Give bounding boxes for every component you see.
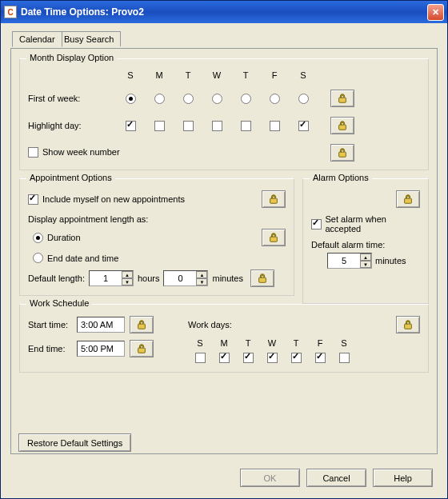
highlight-day-check[interactable]	[241, 121, 251, 131]
duration-label: Duration	[47, 233, 81, 242]
show-week-number-label: Show week number	[42, 147, 120, 157]
first-of-week-radio[interactable]	[126, 94, 136, 104]
default-alarm-time-label: Default alarm time:	[311, 240, 385, 250]
lock-button[interactable]	[330, 90, 354, 107]
day-header: F	[272, 70, 278, 80]
default-length-hours[interactable]: ▲▼	[89, 270, 134, 286]
workday-header: S	[197, 338, 202, 348]
default-alarm-time-input[interactable]	[328, 255, 360, 266]
window: C Date Time Options: Provo2 ✕ Calendar B…	[0, 0, 448, 499]
first-of-week-radio[interactable]	[270, 94, 280, 104]
workday-check[interactable]	[195, 353, 206, 363]
tabstrip: Calendar Busy Search	[10, 31, 438, 49]
default-alarm-time[interactable]: ▲▼	[327, 253, 372, 269]
workday-check[interactable]	[291, 353, 302, 363]
spinner-up[interactable]: ▲	[122, 271, 133, 278]
first-of-week-radio[interactable]	[241, 94, 251, 104]
end-time-input[interactable]	[77, 341, 125, 357]
spinner-down[interactable]: ▼	[122, 278, 133, 285]
tab-busy-search[interactable]: Busy Search	[57, 31, 121, 46]
tab-calendar[interactable]: Calendar	[12, 31, 62, 47]
end-date-time-label: End date and time	[47, 253, 118, 263]
group-work-schedule: Start time: End time: Work days:	[19, 304, 429, 373]
workday-check[interactable]	[339, 353, 350, 363]
lock-button[interactable]	[396, 316, 420, 333]
first-of-week-radio[interactable]	[154, 94, 165, 104]
cancel-button[interactable]: Cancel	[306, 469, 366, 487]
ok-button[interactable]: OK	[240, 469, 300, 487]
duration-radio[interactable]	[33, 233, 43, 243]
hours-label: hours	[138, 273, 160, 283]
spinner-down[interactable]: ▼	[360, 261, 371, 268]
spinner-down[interactable]: ▼	[196, 278, 207, 285]
highlight-day-check[interactable]	[154, 121, 165, 131]
default-length-hours-input[interactable]	[90, 273, 122, 284]
lock-button[interactable]	[330, 117, 354, 134]
svg-rect-1	[339, 125, 346, 130]
lock-button[interactable]	[262, 190, 286, 208]
lock-button[interactable]	[130, 340, 154, 357]
alarm-unit-label: minutes	[375, 256, 406, 265]
first-of-week-label: First of week:	[28, 94, 80, 103]
start-time-label: Start time:	[28, 320, 72, 329]
close-button[interactable]: ✕	[427, 4, 444, 21]
workday-header: M	[220, 338, 227, 348]
set-alarm-check[interactable]	[311, 219, 322, 230]
highlight-day-check[interactable]	[298, 121, 309, 131]
default-length-label: Default length:	[28, 273, 85, 283]
work-days-label: Work days:	[188, 320, 232, 329]
svg-rect-7	[138, 324, 146, 329]
svg-rect-8	[138, 348, 146, 353]
highlight-day-check[interactable]	[212, 121, 222, 131]
workday-header: S	[341, 338, 346, 348]
client-area: Calendar Busy Search S M T W T F S First…	[1, 23, 447, 498]
workday-check[interactable]	[315, 353, 326, 363]
group-alarm-options: Set alarm when accepted Default alarm ti…	[302, 178, 429, 304]
day-header: S	[300, 70, 306, 80]
svg-rect-0	[339, 98, 346, 102]
group-month-display: S M T W T F S First of week:	[19, 58, 429, 170]
lock-button[interactable]	[330, 144, 354, 162]
highlight-day-check[interactable]	[126, 121, 136, 131]
svg-rect-9	[405, 324, 412, 329]
day-header: W	[213, 70, 221, 80]
set-alarm-label: Set alarm when accepted	[326, 214, 421, 234]
lock-button[interactable]	[262, 229, 286, 246]
start-time-input[interactable]	[77, 317, 125, 333]
include-myself-check[interactable]	[28, 194, 38, 205]
workday-header: F	[318, 338, 323, 348]
workday-check[interactable]	[243, 353, 254, 363]
end-time-label: End time:	[28, 344, 72, 353]
minutes-label: minutes	[212, 273, 243, 283]
show-week-number-check[interactable]	[28, 147, 38, 158]
lock-button[interactable]	[250, 269, 274, 287]
svg-rect-5	[259, 277, 266, 282]
restore-defaults-button[interactable]: Restore Default Settings	[18, 433, 131, 452]
day-header: T	[243, 70, 249, 80]
workday-check[interactable]	[267, 353, 278, 363]
help-button[interactable]: Help	[373, 469, 433, 487]
spinner-up[interactable]: ▲	[196, 271, 207, 278]
day-header: M	[155, 70, 162, 80]
end-date-time-radio[interactable]	[33, 253, 43, 263]
include-myself-label: Include myself on new appointments	[42, 194, 185, 204]
day-header: S	[127, 70, 133, 80]
highlight-day-check[interactable]	[270, 121, 280, 131]
window-title: Date Time Options: Provo2	[21, 6, 427, 18]
spinner-up[interactable]: ▲	[360, 253, 371, 261]
default-length-minutes[interactable]: ▲▼	[163, 270, 208, 286]
first-of-week-radio[interactable]	[212, 94, 222, 104]
lock-button[interactable]	[396, 190, 420, 208]
footer-buttons: OK Cancel Help	[240, 469, 433, 487]
workday-check[interactable]	[219, 353, 230, 363]
default-length-minutes-input[interactable]	[164, 273, 196, 284]
first-of-week-radio[interactable]	[183, 94, 194, 104]
group-appointment-options: Include myself on new appointments Displ…	[19, 178, 294, 296]
tab-panel-calendar: S M T W T F S First of week:	[10, 48, 438, 454]
workday-header: T	[246, 338, 251, 348]
first-of-week-radio[interactable]	[298, 94, 309, 104]
app-icon: C	[4, 6, 17, 18]
highlight-day-check[interactable]	[183, 121, 194, 131]
lock-button[interactable]	[130, 316, 154, 333]
svg-rect-3	[270, 198, 278, 203]
